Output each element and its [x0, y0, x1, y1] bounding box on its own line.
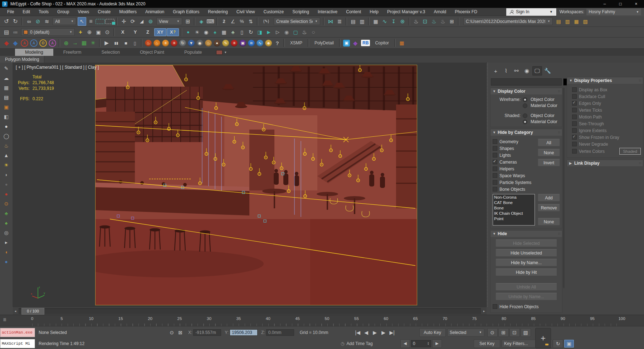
time-slider-handle[interactable]: 0 / 100	[21, 308, 44, 315]
plant-icon[interactable]: ♣	[2, 208, 11, 218]
selection-filter-dropdown[interactable]: All▼	[53, 18, 76, 25]
select-and-move-icon[interactable]: ✛	[119, 17, 128, 26]
hide-by-name-button[interactable]: Hide by Name...	[496, 259, 557, 266]
axis-constraint-custom-button[interactable]: X?	[167, 28, 179, 36]
percent-snap-icon[interactable]: %	[238, 17, 246, 26]
tree-icon[interactable]: ♣	[229, 28, 237, 37]
menu-customize[interactable]: Customize	[259, 8, 288, 16]
menu-animation[interactable]: Animation	[141, 8, 169, 16]
checkbox[interactable]	[572, 108, 577, 112]
wave-icon[interactable]: ∿	[257, 40, 263, 47]
zoom-region-icon[interactable]: ▧	[521, 328, 531, 337]
invert-button[interactable]: Invert	[538, 159, 560, 166]
shaded-object-color-radio[interactable]	[523, 113, 527, 118]
display-tab[interactable]: 🖵	[532, 66, 542, 76]
viewport[interactable]: [ + ] [ PhysCamera001 ] [ Standard ] [ C…	[13, 63, 487, 307]
list-none-button[interactable]: None	[538, 218, 560, 226]
object-name-field[interactable]	[491, 78, 562, 86]
add-button[interactable]: Add	[538, 194, 560, 202]
pulze-icon[interactable]: ▣	[343, 40, 350, 47]
color-palette-icon[interactable]: ▦	[397, 39, 406, 47]
camera-frame[interactable]	[95, 65, 417, 305]
edges-only-checkbox[interactable]: Edges Only	[572, 100, 641, 107]
checkbox[interactable]	[493, 180, 497, 185]
select-and-link-icon[interactable]: ∞	[25, 17, 33, 26]
orange-box-icon[interactable]: ▣	[2, 102, 11, 112]
keyboard-shortcut-override-icon[interactable]: ⌨	[206, 17, 215, 26]
selection-lock-icon[interactable]: ⊠	[176, 328, 185, 337]
remove-button[interactable]: Remove	[538, 204, 560, 212]
reference-coordinate-dropdown[interactable]: View▼	[156, 18, 182, 25]
hand-plugin-icon[interactable]: ✳	[162, 40, 169, 47]
none-button[interactable]: None	[538, 149, 560, 156]
checkbox[interactable]	[572, 135, 577, 140]
checkbox[interactable]	[493, 187, 497, 192]
panel-scrollbar[interactable]	[563, 88, 565, 288]
menu-arnold[interactable]: Arnold	[429, 8, 450, 16]
never-degrade-checkbox[interactable]: Never Degrade	[572, 141, 641, 147]
category-particle-systems[interactable]: Particle Systems	[493, 179, 535, 186]
project-tool-icon-2[interactable]: ▥	[563, 17, 572, 26]
tab-freeform[interactable]: Freeform	[53, 49, 92, 56]
beer-icon[interactable]: ♨	[205, 40, 212, 47]
rb-plugin-icon[interactable]: RB	[361, 40, 370, 46]
add-selection-to-layer-icon[interactable]: ⊕	[85, 28, 94, 37]
checkbox[interactable]	[493, 173, 497, 178]
zoom-icon[interactable]: ⊙	[487, 328, 498, 337]
hide-selected-button[interactable]: Hide Selected	[496, 239, 557, 247]
add-time-tag[interactable]: ◷ Add Time Tag	[341, 341, 380, 346]
checkbox[interactable]	[572, 87, 577, 92]
door-icon[interactable]: ▯	[238, 28, 246, 37]
water-drop-icon[interactable]: ▼	[188, 40, 195, 47]
hide-unselected-button[interactable]: Hide Unselected	[496, 249, 557, 257]
project-tool-icon-3[interactable]: ▦	[572, 17, 581, 26]
play-animation-icon[interactable]: ▶	[102, 39, 111, 47]
blue-sphere-icon[interactable]: ●	[2, 257, 11, 266]
cloud-icon[interactable]: ☁	[2, 73, 11, 83]
material-editor-icon[interactable]: ⊛	[398, 17, 407, 26]
camera-icon[interactable]: ◉	[202, 28, 210, 37]
ignore-extents-checkbox[interactable]: Ignore Extents	[572, 127, 641, 134]
axis-constraint-y-button[interactable]: Y	[129, 28, 141, 36]
create-tab[interactable]: +	[491, 66, 501, 76]
select-and-place-icon[interactable]: ⊚	[146, 17, 155, 26]
curve-editor-icon[interactable]: ∿	[380, 17, 389, 26]
previous-frame-icon[interactable]: ◀	[362, 328, 371, 337]
checkbox[interactable]	[493, 139, 497, 144]
select-by-name-icon[interactable]: ≡	[87, 17, 95, 26]
isolate-selection-icon[interactable]: ⊙	[167, 328, 176, 337]
compass-icon[interactable]: ◉	[196, 40, 203, 47]
pf-source-icon[interactable]: ⊕	[62, 39, 70, 47]
select-and-rotate-icon[interactable]: ⟳	[128, 17, 137, 26]
close-button[interactable]: ×	[628, 0, 644, 8]
category-geometry[interactable]: Geometry	[493, 138, 535, 145]
maximize-button[interactable]: □	[613, 0, 628, 8]
stop-animation-icon[interactable]: ■	[122, 39, 130, 47]
mirror-icon[interactable]: ⋈	[326, 17, 335, 26]
checkbox[interactable]	[572, 115, 577, 119]
hide-by-category-header[interactable]: ▼ Hide by Category ∷	[491, 129, 562, 136]
auto-key-button[interactable]: Auto Key	[419, 328, 446, 337]
hide-frozen-objects-checkbox[interactable]: Hide Frozen Objects	[493, 303, 560, 310]
shaded-button[interactable]: Shaded	[619, 148, 641, 155]
list-item[interactable]: CAT Bone	[494, 200, 533, 205]
snap-toggle-icon[interactable]: 2	[220, 17, 228, 26]
sign-in-button[interactable]: Sign In ▼	[506, 8, 556, 16]
shaded-material-color-radio[interactable]	[523, 120, 527, 124]
y-coordinate-field[interactable]: 19506.203	[230, 329, 258, 336]
maxscript-mini-listener[interactable]: MAXScript Mi	[0, 339, 35, 348]
polydetail-button[interactable]: PolyDetail	[311, 39, 337, 47]
set-keys-big-button[interactable]: +	[535, 328, 551, 348]
named-selection-set-dropdown[interactable]: Create Selection Se▼	[274, 18, 320, 25]
toggle-scene-explorer-icon[interactable]: ▤	[349, 17, 357, 26]
zoom-extents-icon[interactable]: ⊡	[509, 328, 520, 337]
x-coordinate-field[interactable]: -919.557m	[193, 329, 221, 336]
render-production-icon[interactable]: ♨	[430, 17, 438, 26]
next-frame-arrow[interactable]: ▸	[482, 308, 487, 314]
wireframe-material-color-radio[interactable]	[523, 103, 527, 108]
refresh-icon[interactable]: ↻	[247, 28, 255, 37]
menu-rendering[interactable]: Rendering	[204, 8, 232, 16]
current-frame-field[interactable]: 0 ▲▼	[411, 340, 431, 347]
hide-header[interactable]: ▼ Hide ∷	[491, 231, 562, 237]
tab-modeling[interactable]: Modeling	[15, 49, 53, 56]
